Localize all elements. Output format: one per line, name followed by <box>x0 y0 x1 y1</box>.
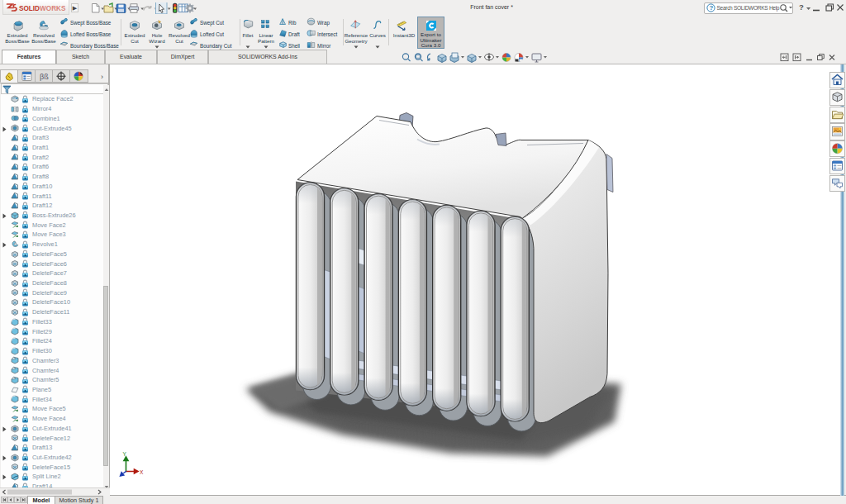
svg-text:Y: Y <box>123 450 127 456</box>
svg-text:SOLIDWORKS: SOLIDWORKS <box>19 5 66 12</box>
svg-text:βß: βß <box>40 73 49 81</box>
svg-text:X: X <box>140 468 144 474</box>
svg-text:Search SOLIDWORKS Help: Search SOLIDWORKS Help <box>717 5 780 12</box>
svg-text:?: ? <box>710 4 714 12</box>
svg-text:›: › <box>101 73 103 81</box>
